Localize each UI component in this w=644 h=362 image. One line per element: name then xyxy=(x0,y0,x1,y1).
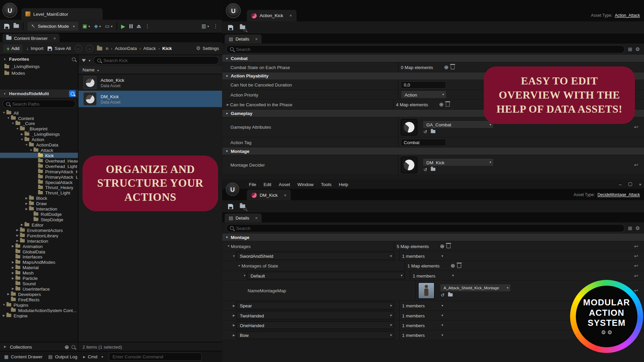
play-options-icon[interactable]: ⋮ xyxy=(145,23,150,29)
expand-icon[interactable]: ▶ xyxy=(15,239,19,242)
eject-icon[interactable] xyxy=(137,24,141,28)
value-input[interactable]: 0,0 xyxy=(401,81,446,88)
expand-icon[interactable]: ▶ xyxy=(232,304,236,307)
collapse-icon[interactable]: ▼ xyxy=(237,264,241,267)
reset-to-default-icon[interactable]: ↩ xyxy=(634,273,638,279)
tree-item[interactable]: ▶Block xyxy=(0,195,78,201)
save-asset-icon[interactable] xyxy=(228,25,233,30)
tree-item[interactable]: StepDodge xyxy=(0,217,78,222)
collapse-icon[interactable]: ▼ xyxy=(15,127,19,130)
unreal-logo-icon[interactable]: U xyxy=(226,3,240,18)
close-window-icon[interactable]: × xyxy=(639,182,642,187)
asset-row[interactable]: Action_KickData Asset xyxy=(78,74,222,91)
column-header-name[interactable]: Name ▲ xyxy=(78,66,222,74)
collapse-icon[interactable]: ▼ xyxy=(11,122,15,125)
tree-item[interactable]: ▶Engine xyxy=(0,313,78,318)
value-dropdown[interactable]: Action▾ xyxy=(401,91,446,99)
back-button[interactable]: ← xyxy=(74,45,82,52)
console-command-input[interactable]: Enter Console Command xyxy=(109,353,202,361)
favorite-item[interactable]: _LivingBeings xyxy=(0,63,78,70)
add-element-icon[interactable]: ⊕ xyxy=(439,102,443,107)
tree-item[interactable]: ▶Particle xyxy=(0,276,78,281)
save-asset-icon[interactable] xyxy=(228,204,233,209)
reset-to-default-icon[interactable]: ↩ xyxy=(634,263,638,268)
add-element-icon[interactable]: ⊕ xyxy=(450,263,455,268)
members-dropdown[interactable]: 1 members▾ xyxy=(402,313,443,318)
details-settings-icon[interactable]: ⚙ xyxy=(636,46,640,52)
breadcrumb-item[interactable]: Attack xyxy=(143,46,156,51)
search-paths-input[interactable]: Search Paths xyxy=(2,100,75,108)
menu-tools[interactable]: Tools xyxy=(317,182,335,187)
tree-item[interactable]: FireEffects xyxy=(0,297,78,302)
tree-item[interactable]: PrimaryAttack_Ligh... xyxy=(0,174,78,179)
filter-button[interactable]: ▾ xyxy=(82,58,91,62)
menu-file[interactable]: File xyxy=(245,182,260,187)
key-dropdown[interactable]: SwordAndShield▾ xyxy=(236,252,394,260)
details-search-input[interactable]: Search xyxy=(226,45,625,53)
expand-icon[interactable]: ▶ xyxy=(11,287,15,291)
tree-item[interactable]: ▶Animation xyxy=(0,243,78,249)
menu-asset[interactable]: Asset xyxy=(275,182,294,187)
close-tab-icon[interactable]: × xyxy=(284,192,286,197)
breadcrumb-item[interactable]: ActionData xyxy=(115,46,137,51)
open-level-icon[interactable] xyxy=(13,24,19,29)
details-settings-icon[interactable]: ⚙ xyxy=(636,225,640,231)
tree-item[interactable]: RollDodge xyxy=(0,212,78,217)
collections-bar[interactable]: ▶ Collections ⊕ xyxy=(0,342,78,351)
delete-elements-icon[interactable] xyxy=(450,65,454,69)
maximize-icon[interactable]: ▢ xyxy=(628,181,632,187)
expand-icon[interactable]: ▶ xyxy=(24,202,29,205)
tree-item[interactable]: ▼Content xyxy=(0,115,78,121)
close-tab-icon[interactable]: × xyxy=(255,37,258,42)
menu-edit[interactable]: Edit xyxy=(260,182,275,187)
asset-dropdown[interactable]: A_Attack_Shield_Kick_Montage▾ xyxy=(440,284,511,292)
tree-item[interactable]: ▶Mesh xyxy=(0,270,78,276)
tree-item[interactable]: ▼_Core xyxy=(0,121,78,126)
cmd-selector[interactable]: ▸ Cmd ▾ xyxy=(83,354,103,359)
tree-item[interactable]: ▼Plugins xyxy=(0,302,78,307)
asset-dropdown[interactable]: DM_Kick▾ xyxy=(423,159,494,166)
tree-item[interactable]: ▶UserInterface xyxy=(0,286,78,291)
add-collection-icon[interactable]: ⊕ xyxy=(64,344,69,350)
members-dropdown[interactable]: 1 members▾ xyxy=(402,253,443,258)
tab-dm-kick[interactable]: DM_Kick × xyxy=(247,190,291,200)
tab-level-maineditor[interactable]: Level_MainEditor xyxy=(21,8,103,19)
reset-to-default-icon[interactable]: ↩ xyxy=(634,124,638,130)
tree-item[interactable]: ▶Interaction xyxy=(0,238,78,243)
save-all-button[interactable]: Save All xyxy=(47,46,71,51)
forward-button[interactable]: → xyxy=(86,45,93,52)
favorite-item[interactable]: Modes xyxy=(0,70,78,76)
tree-item[interactable]: ▶EnviromentActors xyxy=(0,227,78,233)
expand-icon[interactable]: ▶ xyxy=(232,324,236,327)
members-dropdown[interactable]: 1 members▾ xyxy=(402,323,443,328)
unreal-logo-icon[interactable]: U xyxy=(2,3,17,18)
expand-icon[interactable]: ▶ xyxy=(15,234,19,237)
expand-icon[interactable]: ▶ xyxy=(11,260,15,264)
collapse-icon[interactable]: ▼ xyxy=(242,274,247,277)
collapse-icon[interactable]: ▼ xyxy=(29,148,33,152)
delete-elements-icon[interactable] xyxy=(457,264,461,268)
collapse-icon[interactable]: ▼ xyxy=(2,111,6,114)
expand-icon[interactable]: ▶ xyxy=(15,228,19,232)
collapse-icon[interactable]: ▼ xyxy=(2,303,6,306)
collapse-icon[interactable]: ▼ xyxy=(24,143,29,146)
close-tab-icon[interactable]: × xyxy=(289,13,292,18)
tree-item[interactable]: ▼_Blueprint xyxy=(0,126,78,131)
minimize-icon[interactable]: – xyxy=(619,182,622,187)
pause-icon[interactable] xyxy=(129,24,133,28)
blueprints-icon[interactable]: ◈▾ xyxy=(94,23,101,29)
search-assets-input[interactable]: Search Kick xyxy=(94,56,219,64)
close-tab-icon[interactable]: × xyxy=(255,216,258,221)
section-header-montage[interactable]: ▼ Montage xyxy=(222,234,644,241)
expand-icon[interactable]: ▶ xyxy=(20,223,24,227)
tree-item[interactable]: ▶MapsAndModes xyxy=(0,259,78,265)
tab-details[interactable]: ▤ Details × xyxy=(225,35,262,44)
cinematics-icon[interactable]: ▭▾ xyxy=(105,23,112,29)
collapse-icon[interactable]: ▼ xyxy=(226,245,231,248)
tree-item[interactable]: Kick xyxy=(0,153,78,158)
asset-thumbnail[interactable] xyxy=(401,157,417,173)
collapse-icon[interactable]: ▼ xyxy=(232,254,236,257)
browse-to-asset-icon[interactable] xyxy=(431,130,436,134)
menu-window[interactable]: Window xyxy=(294,182,317,187)
key-dropdown[interactable]: TwoHanded▾ xyxy=(236,311,394,319)
